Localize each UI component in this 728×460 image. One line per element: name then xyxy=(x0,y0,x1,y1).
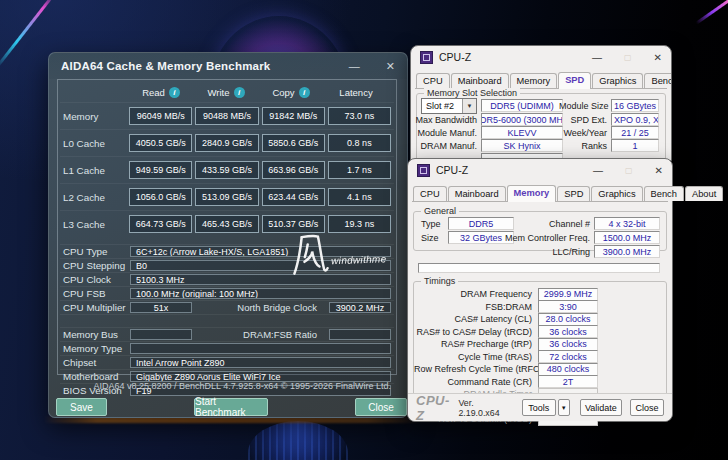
close-button[interactable]: Close xyxy=(630,399,664,416)
timing-row: DRAM Frequency 2999.9 MHz xyxy=(414,288,666,301)
tab-graphics[interactable]: Graphics xyxy=(592,73,643,88)
tab-memory[interactable]: Memory xyxy=(507,185,557,202)
maximize-icon[interactable]: ▢ xyxy=(625,166,633,175)
l1-copy-value: 663.96 GB/s xyxy=(262,161,325,179)
timing-label: Command Rate (CR) xyxy=(414,377,538,387)
north-bridge-clock-value: 3900.2 MHz xyxy=(329,302,391,313)
row-label: L3 Cache xyxy=(63,219,126,230)
max-bandwidth-value: DDR5-6000 (3000 MHz) xyxy=(481,113,563,126)
chevron-down-icon[interactable]: ▼ xyxy=(462,99,476,113)
close-icon[interactable]: ✕ xyxy=(655,165,663,176)
tab-bench[interactable]: Bench xyxy=(644,186,684,201)
cpu-fsb-value: 100.0 MHz (original: 100 MHz) xyxy=(130,288,391,299)
info-row-memory-bus: Memory Bus DRAM:FSB Ratio xyxy=(60,327,394,341)
maximize-icon[interactable]: ▢ xyxy=(624,53,632,62)
minimize-icon[interactable]: — xyxy=(593,165,603,176)
l2-copy-value: 623.44 GB/s xyxy=(262,188,325,206)
tab-mainboard[interactable]: Mainboard xyxy=(448,186,506,201)
timing-label: RAS# to CAS# Delay (tRCD) xyxy=(414,327,538,337)
tab-cpu[interactable]: CPU xyxy=(413,186,447,201)
tab-spd[interactable]: SPD xyxy=(558,72,591,89)
info-row-chipset: Chipset Intel Arrow Point Z890 xyxy=(60,355,394,369)
save-button[interactable]: Save xyxy=(56,398,107,416)
tools-dropdown-arrow-icon[interactable]: ▼ xyxy=(558,399,570,416)
l1-latency-value: 1.7 ns xyxy=(328,161,391,179)
cpuz-titlebar[interactable]: CPU-Z — ▢ ✕ xyxy=(411,46,671,68)
module-manuf-label: Module Manuf. xyxy=(415,128,477,138)
validate-button[interactable]: Validate xyxy=(580,399,622,416)
tools-button[interactable]: Tools xyxy=(522,399,556,416)
column-header-write: Write xyxy=(208,87,230,98)
info-label: Memory Type xyxy=(63,343,127,354)
minimize-icon[interactable]: — xyxy=(349,61,360,72)
cpuz-statusbar: CPU-Z Ver. 2.19.0.x64 Tools ▼ Validate C… xyxy=(408,393,672,421)
info-row-cpu-fsb: CPU FSB 100.0 MHz (original: 100 MHz) xyxy=(60,286,394,300)
close-button[interactable]: Close xyxy=(355,398,407,416)
timing-label: Row Refresh Cycle Time (tRFC) xyxy=(414,364,538,374)
info-icon[interactable]: i xyxy=(234,87,245,98)
timing-row: Row Refresh Cycle Time (tRFC) 480 clocks xyxy=(414,363,666,376)
row-label: L2 Cache xyxy=(63,192,126,203)
slot-select-dropdown[interactable]: Slot #2 ▼ xyxy=(421,98,477,114)
trp-value: 36 clocks xyxy=(538,338,598,351)
info-row-cpu-multiplier: CPU Multiplier 51x North Bridge Clock 39… xyxy=(60,300,394,314)
tab-memory[interactable]: Memory xyxy=(510,73,558,88)
start-benchmark-button[interactable]: Start Benchmark xyxy=(194,398,268,416)
dram-fsb-ratio-label: DRAM:FSB Ratio xyxy=(243,329,326,340)
tab-about[interactable]: About xyxy=(685,186,723,201)
memory-type-value xyxy=(130,343,391,354)
bench-row-l2-cache: L2 Cache 1056.0 GB/s 513.09 GB/s 623.44 … xyxy=(60,183,394,210)
timing-row: CAS# Latency (CL) 28.0 clocks xyxy=(414,313,666,326)
close-icon[interactable]: ✕ xyxy=(654,52,662,63)
tab-spd[interactable]: SPD xyxy=(557,186,590,201)
info-row-cpu-stepping: CPU Stepping B0 xyxy=(60,258,394,272)
l3-latency-value: 19.3 ns xyxy=(328,215,391,233)
size-label: Size xyxy=(421,233,439,243)
tab-cpu[interactable]: CPU xyxy=(416,73,450,88)
info-icon[interactable]: i xyxy=(299,87,310,98)
bench-row-l1-cache: L1 Cache 949.59 GB/s 433.59 GB/s 663.96 … xyxy=(60,156,394,183)
week-year-label: Week/Year xyxy=(559,128,607,138)
spd-ext-label: SPD Ext. xyxy=(559,115,607,125)
timing-row: Command Rate (CR) 2T xyxy=(414,376,666,389)
command-rate-value: 2T xyxy=(538,375,598,388)
slot-select-value: Slot #2 xyxy=(426,101,454,111)
tab-bench[interactable]: Bench xyxy=(644,73,672,88)
info-row-cpu-type: CPU Type 6C+12c (Arrow Lake-HX/S, LGA185… xyxy=(60,244,394,258)
wallpaper-globe-wireframe xyxy=(248,421,348,460)
cas-latency-value: 28.0 clocks xyxy=(538,313,598,326)
timing-row: RAS# Precharge (tRP) 36 clocks xyxy=(414,338,666,351)
info-label: Chipset xyxy=(63,357,127,368)
trcd-value: 36 clocks xyxy=(538,325,598,338)
column-header-latency: Latency xyxy=(339,87,372,98)
column-header-read: Read xyxy=(142,87,165,98)
ranks-value: 1 xyxy=(611,139,659,152)
group-label: Timings xyxy=(421,276,458,286)
timing-row: RAS# to CAS# Delay (tRCD) 36 clocks xyxy=(414,326,666,339)
chipset-value: Intel Arrow Point Z890 xyxy=(130,357,391,368)
close-icon[interactable]: ✕ xyxy=(386,61,395,72)
info-label: CPU Type xyxy=(63,246,127,257)
timing-label: CAS# Latency (CL) xyxy=(414,314,538,324)
cpu-clock-value: 5100.3 MHz xyxy=(130,274,391,285)
l0-read-value: 4050.5 GB/s xyxy=(129,134,192,152)
aida64-titlebar[interactable]: AIDA64 Cache & Memory Benchmark — ✕ xyxy=(49,53,407,79)
north-bridge-clock-label: North Bridge Clock xyxy=(237,302,326,313)
dram-manuf-label: DRAM Manuf. xyxy=(415,141,477,151)
info-icon[interactable]: i xyxy=(169,87,180,98)
aida64-version-text: AIDA64 v8.25.8200 / BenchDLL 4.7.925.8-x… xyxy=(94,381,391,391)
cpuz-titlebar[interactable]: CPU-Z — ▢ ✕ xyxy=(408,159,672,181)
info-label: CPU Clock xyxy=(63,274,127,285)
week-year-value: 21 / 25 xyxy=(611,126,659,139)
minimize-icon[interactable]: — xyxy=(592,52,602,63)
aida64-window-title: AIDA64 Cache & Memory Benchmark xyxy=(61,60,270,72)
max-bandwidth-label: Max Bandwidth xyxy=(415,115,477,125)
tab-graphics[interactable]: Graphics xyxy=(591,186,642,201)
slot-type-field: DDR5 (UDIMM) xyxy=(481,99,563,112)
timing-label: FSB:DRAM xyxy=(414,302,538,312)
l0-latency-value: 0.8 ns xyxy=(328,134,391,152)
tab-mainboard[interactable]: Mainboard xyxy=(451,73,509,88)
module-size-value: 16 GBytes xyxy=(611,99,659,112)
cpu-stepping-value: B0 xyxy=(130,260,391,271)
cpuz-tab-bar: CPU Mainboard Memory SPD Graphics Bench … xyxy=(411,68,671,88)
